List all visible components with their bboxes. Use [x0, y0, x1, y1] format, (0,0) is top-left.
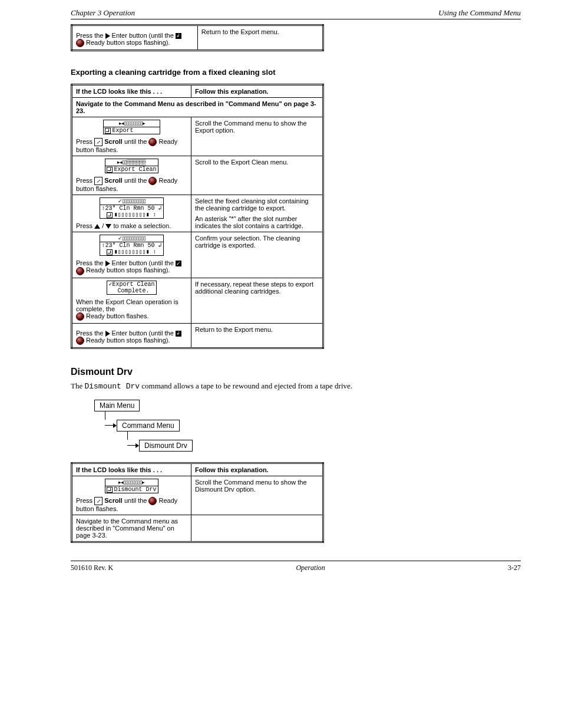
led-label: Ready [159, 497, 178, 504]
table-row: Press the Enter button (until the ↲ Read… [72, 323, 323, 348]
escape-icon: ↲ [176, 331, 181, 337]
col-header-expl: Follow this explanation. [191, 85, 323, 98]
header-left: Chapter 3 Operation [71, 8, 135, 18]
lcd-text: Dismount Drv [114, 486, 156, 493]
table-row: ✓Export Clean Complete. When the Export … [72, 278, 323, 323]
scroll-label: Scroll [104, 177, 123, 184]
scroll-icon: ⤢ [94, 138, 103, 146]
op-text: Enter [112, 259, 127, 266]
nav-hint: Navigate to the Command menu as describe… [72, 515, 191, 542]
op-text: button flashes. [76, 505, 118, 512]
corner-icon [107, 487, 113, 493]
op-text: Press [76, 497, 94, 504]
op-text: until the [124, 497, 149, 504]
table-row: ▸◂▯▯▯▯▯▯▯▯▸ Dismount Drv Press ⤢ Scroll … [72, 476, 323, 515]
op-text: button stops flashing). [107, 39, 170, 46]
table-row: ✓▯▯▯▯▯▯▯▯▯▯ ↕23* Cln Rmn 50 ↲ ▮▯▯▯▯▯▯▯▯▮… [72, 195, 323, 232]
op-text: button (until the [129, 330, 176, 337]
lcd-screen: ✓▯▯▯▯▯▯▯▯▯▯ ↕23* Cln Rmn 50 ↲ ▮▯▯▯▯▯▯▯▯▮… [100, 197, 163, 219]
lcd-screen: ▸◂▯▯▯▯▯▯▯▯▸ Export [103, 120, 160, 134]
scroll-label: Scroll [104, 497, 123, 504]
corner-icon [107, 249, 113, 255]
op-text: Press the [76, 32, 105, 39]
lcd-screen: ✓Export Clean Complete. [107, 281, 156, 295]
lcd-screen: ✓▯▯▯▯▯▯▯▯▯▯ ↕23* Cln Rmn 50 ↲ ▮▯▯▯▯▯▯▯▯▮… [100, 235, 163, 256]
ready-led-icon [76, 312, 84, 321]
explanation: Return to the Export menu. [197, 25, 323, 51]
scroll-icon: ⤢ [94, 177, 103, 185]
lcd-text: Export Clean [113, 281, 155, 288]
led-label: Ready [86, 39, 105, 46]
col-header-expl: Follow this explanation. [191, 463, 323, 476]
explanation: Confirm your selection. The cleaning car… [191, 232, 323, 278]
procedure-table-prev-tail: Press the Enter button (until the ↲ Read… [71, 24, 324, 51]
flow-node-main-menu: Main Menu [94, 400, 140, 411]
down-arrow-icon [105, 224, 111, 229]
ready-led-icon [148, 138, 157, 146]
procedure-table-export-clean: If the LCD looks like this . . . Follow … [71, 84, 324, 349]
op-text: Press [76, 138, 94, 145]
op-text: button stops flashing). [107, 266, 170, 274]
lcd-screen: ▸◂▯▯▯▯▯▯▯▯▸ Dismount Drv [105, 479, 158, 493]
enter-icon [105, 331, 110, 337]
col-header-lcd: If the LCD looks like this . . . [72, 463, 191, 476]
table-row: ▸◂▯▯▒▒▒▒▒▒ Export Clean Press ⤢ Scroll u… [72, 156, 323, 195]
explanation: If necessary, repeat these steps to expo… [191, 278, 323, 323]
footer-mid: Operation [296, 564, 325, 572]
scroll-icon: ⤢ [94, 497, 103, 505]
flow-node-dismount-drv: Dismount Drv [139, 440, 193, 452]
op-text: button (until the [129, 259, 176, 266]
section-heading: Dismount Drv [71, 367, 562, 377]
body-text: command allows a tape to be rewound and … [141, 381, 352, 390]
op-text: button stops flashing). [107, 337, 170, 344]
enter-icon [105, 33, 110, 39]
ready-led-icon [76, 267, 84, 275]
up-arrow-icon [94, 224, 100, 229]
op-text: until the [124, 177, 149, 184]
op-text: Press the [76, 330, 105, 337]
lcd-text: Complete. [117, 288, 149, 294]
ready-led-icon [76, 337, 84, 345]
lcd-text: 23* Cln Rmn 50 [105, 242, 154, 249]
op-text: Press the [76, 259, 105, 266]
footer-right: 3-27 [508, 564, 521, 572]
explanation: Scroll the Command menu to show the Expo… [191, 117, 323, 156]
table-row: Navigate to the Command menu as describe… [72, 515, 323, 542]
flow-node-command-menu: Command Menu [117, 420, 180, 431]
enter-icon [105, 261, 110, 266]
corner-icon [105, 128, 111, 134]
table-row: ▸◂▯▯▯▯▯▯▯▯▸ Export Press ⤢ Scroll until … [72, 117, 323, 156]
op-text: button flashes. [76, 185, 118, 192]
op-text: When the Export Clean operation is compl… [76, 298, 178, 312]
explanation: Scroll the Command menu to show the Dism… [191, 476, 323, 515]
menu-flowchart: Main Menu Command Menu Dismount Drv [94, 400, 562, 452]
lcd-screen: ▸◂▯▯▒▒▒▒▒▒ Export Clean [105, 159, 158, 173]
led-label: Ready [86, 266, 105, 274]
table-row: ✓▯▯▯▯▯▯▯▯▯▯ ↕23* Cln Rmn 50 ↲ ▮▯▯▯▯▯▯▯▯▮… [72, 232, 323, 278]
op-text: to make a selection. [113, 222, 171, 229]
table-caption: Exporting a cleaning cartridge from a fi… [71, 68, 562, 77]
lcd-text: Export [112, 127, 133, 134]
command-name: Dismount Drv [84, 382, 140, 391]
led-label: Ready [86, 312, 105, 319]
op-text: Press [76, 222, 94, 229]
explanation: Select the fixed cleaning slot containin… [195, 197, 319, 212]
op-text: button (until the [129, 32, 176, 39]
led-label: Ready [159, 138, 178, 145]
explanation: Return to the Export menu. [191, 323, 323, 348]
op-text: button flashes. [107, 312, 149, 319]
corner-icon [107, 212, 113, 218]
explanation: An asterisk "*" after the slot number in… [195, 215, 319, 229]
nav-banner: Navigate to the Command Menu as describe… [72, 98, 323, 117]
header-rule [71, 19, 521, 19]
op-text: Press [76, 177, 94, 184]
led-label: Ready [86, 337, 105, 344]
ready-led-icon [148, 497, 157, 505]
op-text: until the [124, 138, 149, 145]
op-text: Enter [112, 330, 127, 337]
ready-led-icon [148, 177, 157, 185]
col-header-lcd: If the LCD looks like this . . . [72, 85, 191, 98]
footer-left: 501610 Rev. K [71, 564, 113, 572]
header-right: Using the Command Menu [438, 8, 521, 18]
scroll-label: Scroll [104, 138, 123, 145]
